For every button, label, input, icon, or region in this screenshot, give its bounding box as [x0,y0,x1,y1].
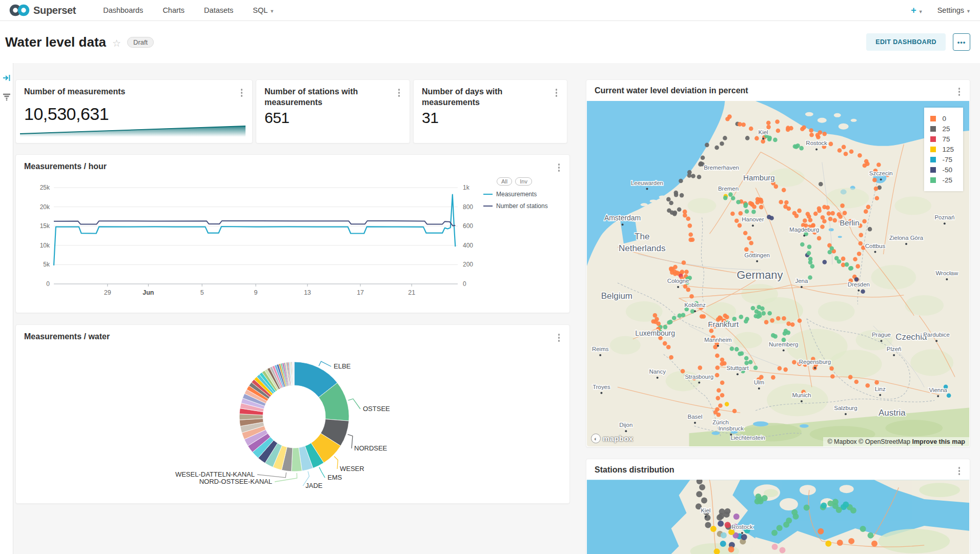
map-dot [736,200,741,204]
nav-item-charts[interactable]: Charts [153,6,194,14]
card-menu-kebab-icon[interactable] [956,86,963,98]
map-dot [672,316,677,320]
kpi-value: 651 [256,108,410,127]
map-dot [663,341,667,346]
map-dot [686,216,690,221]
map-dot [829,142,833,147]
map-dot [807,251,811,256]
deviation-map[interactable]: LeeuwardenAmsterdamTheNetherlandsKielBre… [587,100,969,446]
map-city-label: Bremerhaven [704,165,739,171]
legend-item: 125 [930,146,954,153]
map-city-label: Dresden [848,281,870,288]
map-dot [727,114,732,119]
hour-chart-card: Measurements / hour 005k20010k40015k6002… [15,154,570,313]
map-dot [783,367,788,372]
map-dot [739,315,744,319]
map-city-label: Kiel [759,129,768,135]
nav-item-sql[interactable]: SQL▼ [243,6,284,14]
map-city-label: Szczecin [869,170,893,176]
map-dot [655,317,659,322]
map-dot [874,380,879,385]
card-menu-kebab-icon[interactable] [556,161,563,174]
legend-label: -75 [942,156,952,163]
map-dot [849,266,853,271]
nav-item-datasets[interactable]: Datasets [194,6,243,14]
map-dot [829,366,834,371]
legend-item-measurements[interactable]: Measurements [483,191,560,198]
map-dot [745,136,750,140]
map-city-label: Hanover [742,216,764,222]
map-city-label: Netherlands [619,243,665,253]
map-dot [799,146,804,151]
map-dot [723,196,728,200]
map-dot [748,360,753,364]
map-dot [687,223,692,228]
map-dot [784,200,789,205]
map-dot [843,502,849,508]
card-menu-kebab-icon[interactable] [238,87,246,99]
map-dot [874,187,879,191]
legend-invert-button[interactable]: Inv [515,177,532,186]
favorite-star-icon[interactable]: ☆ [112,37,121,49]
legend-swatch [930,177,936,183]
card-menu-kebab-icon[interactable] [956,465,963,477]
map-dot [744,356,749,361]
map-dot [778,366,782,371]
map-dot [770,318,774,323]
map-dot [745,317,749,321]
map-dot [731,196,736,201]
page-title: Water level data [5,34,106,50]
map-city-label: Prague [872,332,891,338]
settings-menu[interactable]: Settings▼ [937,6,971,14]
legend-select-all-button[interactable]: All [497,177,512,186]
map-city-label: Cottbus [865,243,886,249]
edit-dashboard-button[interactable]: EDIT DASHBOARD [866,33,946,51]
kpi-sparkline [20,122,246,137]
map-dot [832,503,839,509]
map-dot [720,381,725,385]
map-dot [779,200,783,204]
svg-text:OSTSEE: OSTSEE [363,405,390,413]
nav-item-dashboards[interactable]: Dashboards [93,6,153,14]
chevron-down-icon: ▼ [918,9,923,14]
improve-map-link[interactable]: Improve this map [912,438,966,445]
filter-icon[interactable] [3,93,11,101]
osm-attribution-link[interactable]: © OpenStreetMap [859,438,910,445]
map-dot [865,383,870,388]
map-dot [728,546,734,552]
map-city-label: Kiel [701,507,710,514]
map-city-label: The [635,232,649,241]
map-dot [766,120,771,125]
map-city-label: Strasbourg [685,374,713,380]
map-dot [818,528,824,535]
map-dot [789,126,793,131]
map-dot [775,119,780,124]
map-dot [773,334,778,339]
map-dot [848,538,854,544]
card-menu-kebab-icon[interactable] [556,332,563,344]
map-dot [745,209,749,214]
map-dot [871,541,877,547]
map-dot [677,207,682,212]
superset-logo[interactable]: Superset [9,4,76,16]
map-dot [773,138,778,142]
map-dot [798,318,802,323]
map-dot [845,262,849,267]
map-dot [786,518,792,524]
svg-text:JADE: JADE [305,482,323,489]
more-options-button[interactable]: ••• [953,33,970,51]
filter-bar-collapsed [0,63,13,554]
card-menu-kebab-icon[interactable] [553,87,560,99]
expand-filter-bar-icon[interactable] [3,74,11,81]
mapbox-logo[interactable]: ◐ mapbox [591,434,633,443]
legend-item-number-of-stations[interactable]: Number of stations [483,202,560,210]
map-dot [720,393,725,398]
map-dot [750,202,754,207]
map-dot [689,294,694,299]
card-menu-kebab-icon[interactable] [396,87,403,99]
mapbox-attribution-link[interactable]: © Mapbox [827,438,856,445]
stations-map[interactable]: KielRostock [587,480,969,554]
new-item-button[interactable]: +▼ [911,5,923,16]
map-dot [840,203,845,208]
svg-text:9: 9 [254,289,258,296]
